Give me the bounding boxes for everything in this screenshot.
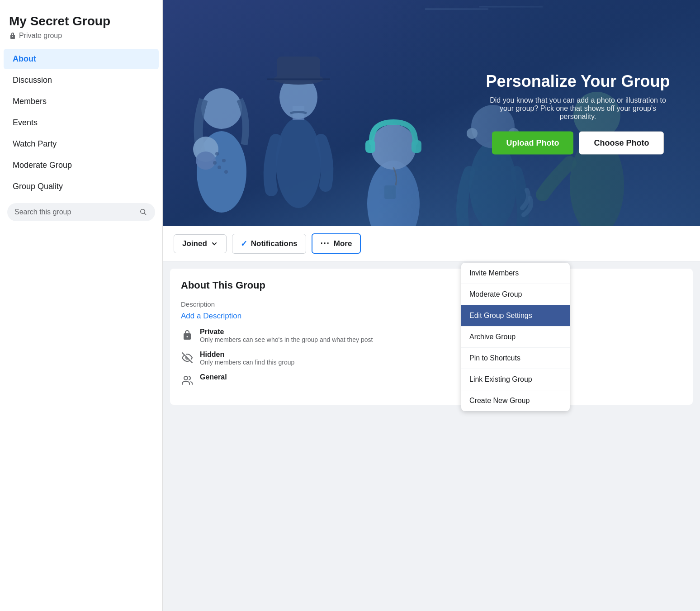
group-type-icon [181, 374, 194, 387]
visibility-subtitle: Only members can find this group [200, 359, 294, 366]
sidebar-item-discussion-label: Discussion [13, 76, 52, 85]
search-wrapper [7, 203, 155, 221]
group-subtitle: Private group [9, 32, 153, 40]
lock-icon [181, 329, 194, 341]
visibility-row: Hidden Only members can find this group [181, 350, 682, 366]
sidebar-item-moderate-group-label: Moderate Group [13, 161, 72, 170]
sidebar-item-watch-party-label: Watch Party [13, 139, 57, 149]
type-info: General [200, 373, 227, 381]
sidebar-item-events[interactable]: Events [4, 113, 159, 133]
notifications-button[interactable]: ✓ Notifications [232, 234, 306, 254]
dropdown-item-moderate-group[interactable]: Moderate Group [461, 284, 570, 305]
sidebar: My Secret Group Private group About Disc… [0, 0, 163, 611]
choose-photo-button[interactable]: Choose Photo [579, 132, 664, 155]
privacy-subtitle: Only members can see who's in the group … [200, 336, 373, 343]
dropdown-item-archive-group[interactable]: Archive Group [461, 327, 570, 348]
sidebar-search [7, 203, 155, 221]
hidden-icon [181, 351, 194, 364]
joined-label: Joined [182, 239, 207, 248]
group-title: My Secret Group [9, 14, 153, 29]
page-layout: My Secret Group Private group About Disc… [0, 0, 700, 611]
more-label: More [334, 239, 352, 248]
dropdown-item-pin-to-shortcuts[interactable]: Pin to Shortcuts [461, 348, 570, 369]
more-button[interactable]: ··· More [312, 233, 361, 254]
sidebar-item-discussion[interactable]: Discussion [4, 70, 159, 90]
sidebar-item-about[interactable]: About [4, 49, 159, 69]
chevron-down-icon [211, 240, 218, 247]
cover-description: Did you know that you can add a photo or… [483, 96, 673, 121]
about-section: About This Group Description Add a Descr… [170, 269, 693, 405]
privacy-title: Private [200, 328, 373, 336]
sidebar-item-about-label: About [13, 54, 36, 64]
visibility-title: Hidden [200, 350, 294, 359]
sidebar-item-members-label: Members [13, 97, 47, 106]
upload-photo-button[interactable]: Upload Photo [492, 132, 574, 155]
dropdown-item-invite-members[interactable]: Invite Members [461, 263, 570, 284]
type-title: General [200, 373, 227, 381]
description-label: Description [181, 300, 682, 308]
add-description-link[interactable]: Add a Description [181, 312, 682, 321]
dropdown-menu: Invite Members Moderate Group Edit Group… [461, 263, 570, 411]
cover-text-overlay: Personalize Your Group Did you know that… [483, 72, 673, 155]
main-content: Personalize Your Group Did you know that… [163, 0, 700, 611]
visibility-info: Hidden Only members can find this group [200, 350, 294, 366]
sidebar-item-watch-party[interactable]: Watch Party [4, 134, 159, 154]
search-input[interactable] [14, 208, 135, 216]
sidebar-item-moderate-group[interactable]: Moderate Group [4, 155, 159, 175]
privacy-row: Private Only members can see who's in th… [181, 328, 682, 343]
sidebar-item-group-quality-label: Group Quality [13, 182, 63, 191]
cover-title: Personalize Your Group [483, 72, 673, 91]
action-bar: Joined ✓ Notifications ··· More Invite M… [163, 226, 700, 261]
dropdown-item-create-new-group[interactable]: Create New Group [461, 390, 570, 411]
privacy-info: Private Only members can see who's in th… [200, 328, 373, 343]
joined-button[interactable]: Joined [174, 234, 227, 253]
dropdown-item-link-existing-group[interactable]: Link Existing Group [461, 369, 570, 390]
sidebar-item-group-quality[interactable]: Group Quality [4, 176, 159, 197]
dots-icon: ··· [321, 239, 330, 248]
sidebar-item-members[interactable]: Members [4, 91, 159, 112]
cover-buttons: Upload Photo Choose Photo [483, 132, 673, 155]
cover-photo: Personalize Your Group Did you know that… [163, 0, 700, 226]
sidebar-nav: About Discussion Members Events Watch Pa… [0, 49, 162, 197]
group-type-label: Private group [19, 32, 62, 40]
sidebar-header: My Secret Group Private group [0, 9, 162, 43]
about-section-title: About This Group [181, 279, 682, 291]
sidebar-item-events-label: Events [13, 118, 38, 128]
type-row: General [181, 373, 682, 387]
checkmark-icon: ✓ [241, 239, 247, 249]
search-icon [139, 208, 148, 217]
svg-point-31 [184, 376, 188, 380]
notifications-label: Notifications [251, 239, 298, 248]
dropdown-item-edit-group-settings[interactable]: Edit Group Settings [461, 305, 570, 327]
lock-icon [9, 32, 16, 39]
